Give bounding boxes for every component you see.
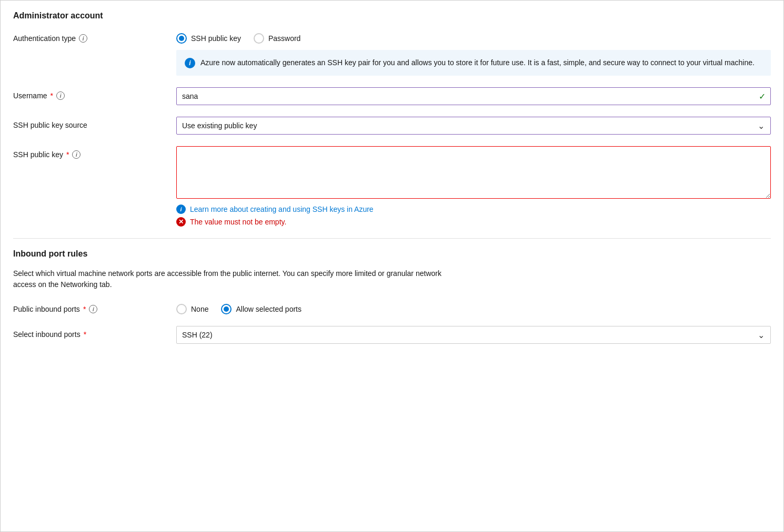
radio-ssh-circle[interactable] xyxy=(176,33,187,44)
radio-ssh-public-key[interactable]: SSH public key xyxy=(176,33,241,44)
username-row: Username * i ✓ xyxy=(13,87,771,105)
ssh-key-source-select[interactable]: Generate new key pair Use existing key s… xyxy=(176,117,771,135)
public-inbound-ports-label: Public inbound ports * i xyxy=(13,301,176,313)
radio-allow-selected-ports[interactable]: Allow selected ports xyxy=(221,304,301,314)
ssh-key-source-control: Generate new key pair Use existing key s… xyxy=(176,117,771,135)
select-inbound-ports-wrapper: SSH (22) HTTP (80) HTTPS (443) RDP (3389… xyxy=(176,326,771,344)
ssh-public-key-required-star: * xyxy=(66,150,69,159)
ssh-info-box: i Azure now automatically generates an S… xyxy=(176,50,771,76)
radio-allow-label: Allow selected ports xyxy=(236,305,301,313)
radio-password[interactable]: Password xyxy=(254,33,300,44)
username-input[interactable] xyxy=(176,87,771,105)
radio-none[interactable]: None xyxy=(176,304,208,314)
select-inbound-ports-label: Select inbound ports * xyxy=(13,326,176,339)
radio-ssh-label: SSH public key xyxy=(191,34,241,43)
main-container: Administrator account Authentication typ… xyxy=(0,0,784,532)
ssh-link-icon: i xyxy=(176,204,186,214)
public-inbound-ports-control: None Allow selected ports xyxy=(176,301,771,314)
ssh-key-source-row: SSH public key source Generate new key p… xyxy=(13,117,771,135)
select-inbound-ports-row: Select inbound ports * SSH (22) HTTP (80… xyxy=(13,326,771,344)
public-inbound-ports-radio-group: None Allow selected ports xyxy=(176,301,771,314)
ssh-learn-more-row: i Learn more about creating and using SS… xyxy=(176,204,771,214)
public-inbound-ports-required-star: * xyxy=(83,305,86,313)
select-inbound-ports-required-star: * xyxy=(84,330,86,339)
inbound-port-rules-desc: Select which virtual machine network por… xyxy=(13,268,466,290)
ssh-key-source-label: SSH public key source xyxy=(13,117,176,129)
radio-allow-circle[interactable] xyxy=(221,304,232,314)
public-inbound-ports-row: Public inbound ports * i None Allow sele… xyxy=(13,301,771,314)
ssh-error-text: The value must not be empty. xyxy=(190,218,286,226)
username-info-icon[interactable]: i xyxy=(56,91,65,100)
select-inbound-ports-select[interactable]: SSH (22) HTTP (80) HTTPS (443) RDP (3389… xyxy=(176,326,771,344)
authentication-type-row: Authentication type i SSH public key Pas… xyxy=(13,30,771,76)
authentication-type-radio-group: SSH public key Password xyxy=(176,30,771,44)
authentication-type-info-icon[interactable]: i xyxy=(79,34,87,43)
username-required-star: * xyxy=(51,91,53,100)
radio-none-label: None xyxy=(191,305,208,313)
ssh-error-icon: ✕ xyxy=(176,217,186,227)
ssh-info-box-text: Azure now automatically generates an SSH… xyxy=(200,57,755,68)
ssh-public-key-info-icon[interactable]: i xyxy=(72,150,81,159)
select-inbound-ports-control: SSH (22) HTTP (80) HTTPS (443) RDP (3389… xyxy=(176,326,771,344)
radio-password-circle[interactable] xyxy=(254,33,264,44)
ssh-public-key-control: i Learn more about creating and using SS… xyxy=(176,146,771,227)
username-checkmark-icon: ✓ xyxy=(759,91,766,101)
ssh-public-key-label: SSH public key * i xyxy=(13,146,176,159)
authentication-type-control: SSH public key Password i Azure now auto… xyxy=(176,30,771,76)
username-input-wrapper: ✓ xyxy=(176,87,771,105)
inbound-port-rules-title: Inbound port rules xyxy=(13,249,771,259)
ssh-info-box-icon: i xyxy=(185,58,195,68)
username-control: ✓ xyxy=(176,87,771,105)
public-inbound-ports-info-icon[interactable]: i xyxy=(89,305,97,313)
radio-none-circle[interactable] xyxy=(176,304,187,314)
administrator-account-title: Administrator account xyxy=(13,11,771,21)
ssh-public-key-textarea[interactable] xyxy=(176,146,771,199)
ssh-error-row: ✕ The value must not be empty. xyxy=(176,217,771,227)
radio-password-label: Password xyxy=(268,34,300,43)
username-label: Username * i xyxy=(13,87,176,100)
section-divider xyxy=(13,238,771,239)
authentication-type-label: Authentication type i xyxy=(13,30,176,43)
ssh-public-key-row: SSH public key * i i Learn more about cr… xyxy=(13,146,771,227)
ssh-learn-more-link[interactable]: Learn more about creating and using SSH … xyxy=(190,205,374,213)
ssh-key-source-select-wrapper: Generate new key pair Use existing key s… xyxy=(176,117,771,135)
